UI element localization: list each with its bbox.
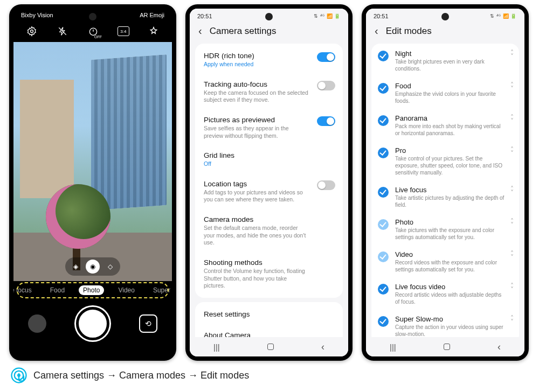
back-icon[interactable]: ‹: [198, 25, 202, 37]
status-bar: 20:51 ⇅ ⁴ᴳ 📶 🔋: [190, 9, 348, 20]
reorder-icon[interactable]: ˄˅: [510, 148, 514, 156]
edit-modes-header: ‹ Edit modes: [366, 20, 524, 44]
reorder-icon[interactable]: ˄˅: [510, 220, 514, 227]
row-tracking-af[interactable]: Tracking auto-focus Keep the camera focu…: [195, 74, 343, 110]
reorder-icon[interactable]: ˄˅: [510, 187, 514, 195]
mode-row-panorama[interactable]: PanoramaPack more into each shot by maki…: [371, 109, 519, 142]
toggle-hdr[interactable]: [317, 52, 335, 62]
reorder-icon[interactable]: ˄˅: [510, 83, 514, 91]
status-indicators: ⇅ ⁴ᴳ 📶 🔋: [314, 13, 341, 19]
mode-row-video[interactable]: VideoRecord videos with the exposure and…: [371, 246, 519, 278]
reorder-icon[interactable]: ˄˅: [510, 116, 514, 123]
nav-back-icon[interactable]: ‹: [321, 341, 324, 353]
settings-icon[interactable]: [25, 25, 38, 38]
lens-tele-icon[interactable]: ◇: [103, 260, 117, 274]
check-icon[interactable]: [378, 83, 389, 94]
viewfinder[interactable]: ◈ ◉ ◇: [13, 42, 172, 281]
phone-1-camera: Bixby Vision AR Emoji OFF 3:4 ◈ ◉ ◇: [9, 4, 176, 361]
status-time: 20:51: [197, 13, 212, 19]
row-camera-modes[interactable]: Camera modes Set the default camera mode…: [195, 209, 343, 253]
check-icon[interactable]: [378, 316, 389, 327]
filters-icon[interactable]: [147, 25, 160, 38]
settings-header: ‹ Camera settings: [190, 20, 348, 44]
flash-off-icon[interactable]: [56, 25, 69, 38]
mode-row-food[interactable]: FoodEmphasize the vivid colors in your f…: [371, 77, 519, 109]
lens-wide-icon[interactable]: ◉: [86, 260, 100, 274]
mode-row-live-focus[interactable]: Live focusTake artistic pictures by adju…: [371, 181, 519, 213]
mode-strip[interactable]: ve focus Food Photo Video Super Sl: [13, 281, 172, 299]
ar-emoji-link[interactable]: AR Emoji: [140, 12, 164, 18]
nav-back-icon[interactable]: ‹: [497, 341, 501, 353]
status-time: 20:51: [374, 13, 389, 19]
check-icon[interactable]: [378, 148, 389, 158]
svg-point-0: [31, 30, 33, 33]
page-title: Edit modes: [386, 26, 432, 37]
row-reset-settings[interactable]: Reset settings: [195, 304, 343, 325]
row-hdr[interactable]: HDR (rich tone) Apply when needed: [195, 46, 343, 74]
reorder-icon[interactable]: ˄˅: [510, 51, 514, 59]
status-bar: 20:51 ⇅ ⁴ᴳ 📶 🔋: [366, 9, 524, 20]
nav-home-icon[interactable]: [267, 344, 274, 350]
reorder-icon[interactable]: ˄˅: [510, 317, 514, 324]
toggle-location-tags[interactable]: [317, 180, 335, 190]
phone-2-settings: 20:51 ⇅ ⁴ᴳ 📶 🔋 ‹ Camera settings HDR (ri…: [185, 4, 353, 361]
edit-modes-card: NightTake bright pictures even in very d…: [371, 44, 519, 344]
mode-row-photo[interactable]: PhotoTake pictures with the exposure and…: [371, 213, 519, 246]
touch-icon: [11, 367, 27, 383]
mode-video[interactable]: Video: [114, 285, 139, 295]
row-pictures-previewed[interactable]: Pictures as previewed Save selfies as th…: [195, 110, 343, 145]
switch-camera-icon[interactable]: ⟲: [139, 314, 157, 333]
lens-ultrawide-icon[interactable]: ◈: [68, 260, 82, 274]
camera-toolbar: OFF 3:4: [13, 20, 172, 42]
caption: Camera settings → Camera modes → Edit mo…: [0, 361, 539, 383]
camera-status-bar: Bixby Vision AR Emoji: [13, 9, 172, 20]
mode-photo[interactable]: Photo: [79, 285, 104, 295]
check-icon: [378, 251, 389, 262]
row-location-tags[interactable]: Location tags Add tags to your pictures …: [195, 174, 343, 209]
status-indicators: ⇅ ⁴ᴳ 📶 🔋: [490, 13, 517, 19]
nav-bar: ||| ‹: [190, 337, 348, 356]
mode-row-night[interactable]: NightTake bright pictures even in very d…: [371, 45, 519, 77]
toggle-pictures-previewed[interactable]: [317, 116, 335, 126]
phone-3-edit-modes: 20:51 ⇅ ⁴ᴳ 📶 🔋 ‹ Edit modes NightTake br…: [362, 4, 529, 361]
nav-recent-icon[interactable]: |||: [390, 342, 396, 352]
mode-live-focus[interactable]: ve focus: [13, 285, 36, 295]
back-icon[interactable]: ‹: [375, 25, 378, 37]
caption-text: Camera settings → Camera modes → Edit mo…: [33, 370, 249, 381]
mode-super-slowmo[interactable]: Super Sl: [149, 285, 172, 295]
row-grid-lines[interactable]: Grid lines Off: [195, 145, 343, 174]
timer-off-icon[interactable]: OFF: [87, 25, 100, 38]
svg-point-2: [89, 28, 96, 35]
row-shooting-methods[interactable]: Shooting methods Control the Volume key …: [195, 253, 343, 296]
check-icon[interactable]: [378, 187, 389, 198]
reorder-icon[interactable]: ˄˅: [510, 252, 514, 260]
mode-food[interactable]: Food: [46, 285, 69, 295]
settings-card-main: HDR (rich tone) Apply when needed Tracki…: [195, 44, 343, 298]
lens-selector[interactable]: ◈ ◉ ◇: [65, 257, 120, 276]
nav-recent-icon[interactable]: |||: [213, 342, 220, 352]
check-icon[interactable]: [378, 115, 389, 126]
shutter-button[interactable]: [76, 307, 109, 340]
reorder-icon[interactable]: ˄˅: [510, 284, 514, 292]
bixby-vision-link[interactable]: Bixby Vision: [21, 12, 53, 18]
nav-home-icon[interactable]: [444, 344, 450, 350]
gallery-thumbnail[interactable]: [28, 314, 46, 333]
nav-bar: ||| ‹: [366, 337, 524, 356]
page-title: Camera settings: [210, 26, 277, 37]
check-icon: [378, 219, 389, 230]
check-icon[interactable]: [378, 284, 389, 295]
ratio-icon[interactable]: 3:4: [118, 26, 129, 36]
mode-row-live-focus-video[interactable]: Live focus videoRecord artistic videos w…: [371, 278, 519, 310]
mode-row-pro[interactable]: ProTake control of your pictures. Set th…: [371, 142, 519, 181]
check-icon[interactable]: [378, 51, 389, 61]
shutter-row: ⟲: [13, 299, 172, 356]
toggle-tracking-af[interactable]: [317, 81, 335, 90]
svg-point-5: [17, 374, 20, 377]
